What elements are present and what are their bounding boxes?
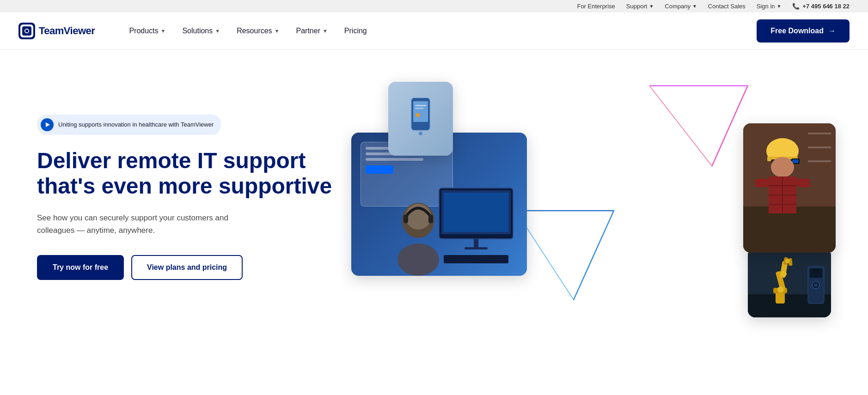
- play-icon[interactable]: [41, 118, 54, 131]
- topbar: For Enterprise Support ▼ Company ▼ Conta…: [0, 0, 868, 12]
- hero-subtitle: See how you can securely support your cu…: [37, 212, 259, 237]
- svg-rect-20: [403, 215, 408, 223]
- topbar-enterprise[interactable]: For Enterprise: [577, 3, 615, 10]
- worker-illustration: [743, 123, 836, 253]
- svg-point-51: [781, 271, 787, 277]
- hero-section: Uniting supports innovation in healthcar…: [0, 49, 868, 336]
- svg-point-22: [397, 243, 439, 276]
- nav-partner[interactable]: Partner ▼: [290, 23, 334, 39]
- partner-arrow-icon: ▼: [323, 28, 328, 34]
- svg-rect-21: [428, 215, 433, 223]
- svg-rect-15: [474, 239, 478, 248]
- navbar: TeamViewer Products ▼ Solutions ▼ Resour…: [0, 12, 868, 49]
- svg-rect-26: [808, 146, 831, 148]
- svg-rect-32: [792, 159, 799, 163]
- svg-rect-14: [444, 193, 508, 232]
- topbar-support[interactable]: Support ▼: [626, 3, 654, 10]
- phone-illustration: [407, 96, 434, 142]
- hero-content: Uniting supports innovation in healthcar…: [37, 115, 351, 280]
- try-free-button[interactable]: Try now for free: [37, 255, 124, 280]
- free-download-button[interactable]: Free Download →: [757, 19, 850, 43]
- hero-buttons: Try now for free View plans and pricing: [37, 255, 351, 280]
- view-pricing-button[interactable]: View plans and pricing: [131, 255, 243, 280]
- svg-rect-4: [25, 30, 28, 32]
- svg-rect-11: [416, 113, 420, 117]
- hero-title: Deliver remote IT support that's even mo…: [37, 148, 351, 199]
- hero-badge-text: Uniting supports innovation in healthcar…: [58, 121, 214, 128]
- robot-image-card: [748, 248, 831, 317]
- topbar-company[interactable]: Company ▼: [665, 3, 697, 10]
- nav-pricing[interactable]: Pricing: [338, 23, 373, 39]
- solutions-arrow-icon: ▼: [215, 28, 220, 34]
- nav-products[interactable]: Products ▼: [122, 23, 172, 39]
- phone-icon: 📞: [792, 3, 800, 10]
- nav-solutions[interactable]: Solutions ▼: [176, 23, 226, 39]
- person-silhouette-svg: [351, 174, 527, 276]
- nav-resources[interactable]: Resources ▼: [230, 23, 286, 39]
- signin-dropdown-arrow: ▼: [777, 4, 782, 9]
- svg-rect-17: [444, 255, 508, 263]
- svg-rect-16: [465, 247, 488, 249]
- svg-point-8: [419, 132, 422, 135]
- svg-rect-54: [810, 268, 822, 278]
- topbar-phone[interactable]: 📞 +7 495 646 18 22: [792, 3, 850, 10]
- hero-badge[interactable]: Uniting supports innovation in healthcar…: [37, 115, 221, 135]
- download-arrow-icon: →: [828, 27, 836, 35]
- nav-links: Products ▼ Solutions ▼ Resources ▼ Partn…: [122, 23, 757, 39]
- products-arrow-icon: ▼: [161, 28, 166, 34]
- svg-point-50: [777, 286, 784, 293]
- svg-point-56: [814, 283, 818, 287]
- svg-point-52: [785, 259, 790, 263]
- topbar-contact-sales[interactable]: Contact Sales: [708, 3, 746, 10]
- svg-rect-41: [796, 179, 810, 187]
- svg-rect-7: [413, 101, 428, 122]
- robot-illustration: [748, 248, 831, 317]
- logo-text: TeamViewer: [39, 25, 95, 37]
- topbar-signin[interactable]: Sign in ▼: [757, 3, 782, 10]
- logo[interactable]: TeamViewer: [18, 23, 95, 39]
- support-dropdown-arrow: ▼: [649, 4, 654, 9]
- svg-rect-27: [808, 160, 831, 162]
- svg-rect-9: [415, 105, 426, 106]
- resources-arrow-icon: ▼: [275, 28, 280, 34]
- svg-rect-40: [755, 179, 769, 187]
- worker-image-card: [743, 123, 836, 253]
- teamviewer-logo-icon: [18, 23, 35, 39]
- phone-image-card: [388, 82, 453, 156]
- svg-point-33: [771, 157, 794, 177]
- hero-visual: [351, 68, 850, 327]
- svg-rect-10: [415, 108, 423, 109]
- svg-rect-25: [808, 133, 831, 134]
- company-dropdown-arrow: ▼: [692, 4, 697, 9]
